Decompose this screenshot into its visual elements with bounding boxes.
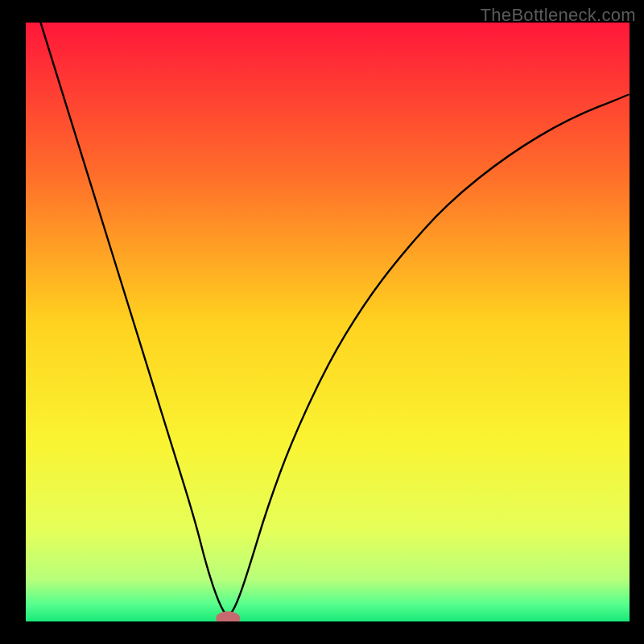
plot-background [26,23,630,621]
bottleneck-chart [0,0,644,644]
watermark-text: TheBottleneck.com [481,5,636,26]
chart-frame: TheBottleneck.com [0,0,644,644]
